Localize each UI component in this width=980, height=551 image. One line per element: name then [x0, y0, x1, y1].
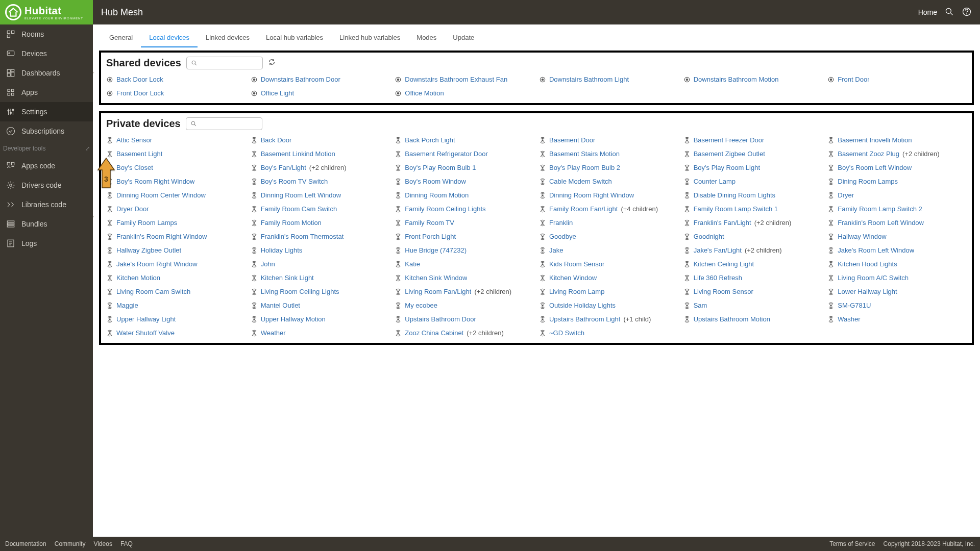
- broadcast-icon[interactable]: [251, 330, 258, 337]
- broadcast-icon[interactable]: [539, 247, 546, 254]
- device-link[interactable]: Lower Hallway Light: [838, 288, 897, 295]
- device-link[interactable]: Basement Stairs Motion: [549, 150, 620, 158]
- device-link[interactable]: SM-G781U: [838, 302, 871, 309]
- broadcast-icon[interactable]: [539, 288, 546, 295]
- device-link[interactable]: Kitchen Motion: [116, 274, 160, 282]
- broadcast-icon[interactable]: [683, 219, 691, 227]
- broadcast-icon[interactable]: [683, 164, 691, 171]
- broadcast-icon[interactable]: [106, 261, 113, 268]
- broadcast-icon[interactable]: [251, 178, 258, 185]
- device-link[interactable]: Family Room Lamp Switch 1: [694, 205, 778, 213]
- tab-local-hub-vars[interactable]: Local hub variables: [258, 29, 331, 47]
- device-link[interactable]: Boy's Fan/Light: [261, 164, 306, 171]
- device-link[interactable]: Family Room Ceiling Lights: [405, 205, 485, 213]
- device-link[interactable]: Front Door: [838, 76, 869, 83]
- sidebar-item-subscriptions[interactable]: Subscriptions: [0, 121, 93, 141]
- device-link[interactable]: Basement Inovelli Motion: [838, 136, 912, 144]
- broadcast-icon[interactable]: [106, 137, 113, 144]
- shared-icon[interactable]: [827, 76, 835, 83]
- broadcast-icon[interactable]: [683, 206, 691, 213]
- device-link[interactable]: Family Room Motion: [261, 219, 322, 227]
- tab-local-devices[interactable]: Local devices: [141, 29, 198, 47]
- device-link[interactable]: Sam: [694, 302, 707, 309]
- broadcast-icon[interactable]: [106, 151, 113, 158]
- broadcast-icon[interactable]: [539, 137, 546, 144]
- footer-link[interactable]: Documentation: [5, 540, 46, 547]
- device-link[interactable]: Back Door Lock: [116, 76, 163, 83]
- broadcast-icon[interactable]: [395, 288, 402, 295]
- device-link[interactable]: Kitchen Hood Lights: [838, 260, 897, 268]
- broadcast-icon[interactable]: [539, 233, 546, 240]
- device-link[interactable]: Dryer: [838, 191, 854, 199]
- broadcast-icon[interactable]: [683, 261, 691, 268]
- broadcast-icon[interactable]: [539, 274, 546, 282]
- device-link[interactable]: Katie: [405, 260, 420, 268]
- broadcast-icon[interactable]: [683, 247, 691, 254]
- broadcast-icon[interactable]: [539, 261, 546, 268]
- private-search-input[interactable]: [186, 117, 262, 130]
- shared-icon[interactable]: [106, 90, 113, 97]
- broadcast-icon[interactable]: [395, 219, 402, 227]
- logo[interactable]: Hubitat ELEVATE YOUR ENVIRONMENT: [0, 0, 93, 24]
- broadcast-icon[interactable]: [539, 316, 546, 323]
- device-link[interactable]: Hallway Window: [838, 233, 886, 240]
- device-link[interactable]: Living Room Lamp: [549, 288, 604, 295]
- broadcast-icon[interactable]: [106, 164, 113, 171]
- broadcast-icon[interactable]: [251, 151, 258, 158]
- broadcast-icon[interactable]: [539, 302, 546, 309]
- device-link[interactable]: Counter Lamp: [694, 178, 736, 185]
- device-link[interactable]: Living Room A/C Switch: [838, 274, 909, 282]
- footer-link[interactable]: Community: [55, 540, 86, 547]
- device-link[interactable]: Outside Holiday Lights: [549, 302, 616, 309]
- device-link[interactable]: Boy's Play Room Bulb 2: [549, 164, 620, 171]
- broadcast-icon[interactable]: [106, 316, 113, 323]
- device-link[interactable]: Boy's Play Room Light: [694, 164, 760, 171]
- device-link[interactable]: Family Room Cam Switch: [261, 205, 337, 213]
- device-link[interactable]: Zooz China Cabinet: [405, 329, 463, 337]
- device-link[interactable]: Upstairs Bathroom Motion: [694, 315, 770, 323]
- shared-icon[interactable]: [395, 90, 402, 97]
- footer-link[interactable]: Copyright 2018-2023 Hubitat, Inc.: [884, 540, 975, 547]
- device-link[interactable]: Front Door Lock: [116, 89, 164, 97]
- broadcast-icon[interactable]: [827, 247, 835, 254]
- sidebar-item-apps-code[interactable]: Apps code: [0, 156, 93, 176]
- sidebar-item-dashboards[interactable]: Dashboards: [0, 63, 93, 83]
- sidebar-item-settings[interactable]: Settings: [0, 102, 93, 121]
- device-link[interactable]: Kitchen Sink Light: [261, 274, 314, 282]
- broadcast-icon[interactable]: [251, 247, 258, 254]
- broadcast-icon[interactable]: [395, 137, 402, 144]
- shared-icon[interactable]: [395, 76, 402, 83]
- broadcast-icon[interactable]: [395, 330, 402, 337]
- device-link[interactable]: Upstairs Bathroom Light: [549, 315, 620, 323]
- broadcast-icon[interactable]: [251, 261, 258, 268]
- device-link[interactable]: Basement Zooz Plug: [838, 150, 899, 158]
- broadcast-icon[interactable]: [683, 274, 691, 282]
- footer-link[interactable]: FAQ: [120, 540, 133, 547]
- device-link[interactable]: Living Room Cam Switch: [116, 288, 190, 295]
- device-link[interactable]: Mantel Outlet: [261, 302, 300, 309]
- device-link[interactable]: Dinning Room Center Window: [116, 191, 206, 199]
- broadcast-icon[interactable]: [106, 233, 113, 240]
- broadcast-icon[interactable]: [251, 302, 258, 309]
- device-link[interactable]: Basement Linkind Motion: [261, 150, 335, 158]
- broadcast-icon[interactable]: [251, 192, 258, 199]
- broadcast-icon[interactable]: [683, 151, 691, 158]
- broadcast-icon[interactable]: [827, 233, 835, 240]
- broadcast-icon[interactable]: [395, 164, 402, 171]
- broadcast-icon[interactable]: [395, 233, 402, 240]
- shared-icon[interactable]: [251, 90, 258, 97]
- broadcast-icon[interactable]: [683, 137, 691, 144]
- broadcast-icon[interactable]: [251, 316, 258, 323]
- broadcast-icon[interactable]: [251, 274, 258, 282]
- broadcast-icon[interactable]: [395, 261, 402, 268]
- broadcast-icon[interactable]: [251, 164, 258, 171]
- sidebar-item-apps[interactable]: Apps: [0, 83, 93, 102]
- device-link[interactable]: Dining Room Lamps: [838, 178, 898, 185]
- device-link[interactable]: Family Room Fan/Light: [549, 205, 618, 213]
- broadcast-icon[interactable]: [539, 219, 546, 227]
- device-link[interactable]: Boy's Room Right Window: [116, 178, 194, 185]
- device-link[interactable]: Kitchen Ceiling Light: [694, 260, 754, 268]
- device-link[interactable]: Dinning Room Motion: [405, 191, 469, 199]
- device-link[interactable]: Boy's Room TV Switch: [261, 178, 328, 185]
- broadcast-icon[interactable]: [106, 247, 113, 254]
